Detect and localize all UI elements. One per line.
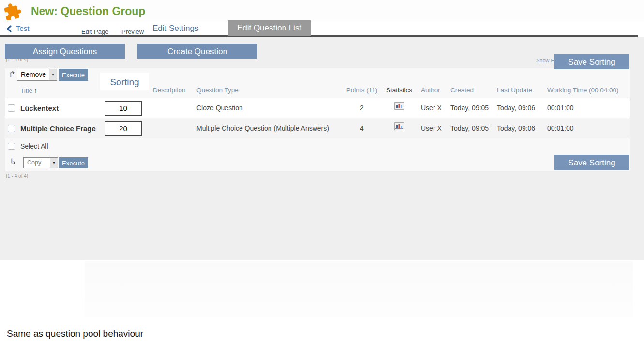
column-header-author: Author xyxy=(421,81,440,98)
bulk-action-value-bottom: Copy xyxy=(24,158,50,168)
tab-edit-settings[interactable]: Edit Settings xyxy=(152,24,198,33)
row-checkbox[interactable] xyxy=(8,104,15,112)
page-title: New: Question Group xyxy=(31,5,145,18)
column-header-points: Points (11) xyxy=(344,81,380,98)
execute-button-bottom[interactable]: Execute xyxy=(59,157,88,168)
question-working-time: 00:01:00 xyxy=(547,98,574,118)
column-header-last-update: Last Update xyxy=(497,81,532,98)
sorting-input[interactable] xyxy=(105,101,142,116)
show-filter-link[interactable]: Show F xyxy=(536,58,554,63)
statistics-icon[interactable] xyxy=(394,118,404,138)
sort-asc-icon: ↑ xyxy=(32,87,37,94)
column-header-question-type: Question Type xyxy=(196,81,239,98)
table-row: Lückentext Cloze Question 2 User X Today… xyxy=(5,98,630,118)
table-header-row: Title↑ Description Question Type Points … xyxy=(5,81,630,98)
question-author: User X xyxy=(421,98,442,118)
apply-to-bottom-arrow-icon: ↳ xyxy=(10,157,16,166)
question-title[interactable]: Lückentext xyxy=(20,98,59,118)
question-title[interactable]: Multiple Choice Frage xyxy=(20,119,96,138)
content-area: (1 - 4 of 4) Assign Questions Create Que… xyxy=(0,37,644,260)
bulk-action-select-bottom[interactable]: Copy ▾ xyxy=(23,157,58,168)
question-points: 4 xyxy=(344,119,380,138)
page: New: Question Group Test Edit Page Previ… xyxy=(0,0,644,342)
save-sorting-button-top[interactable]: Save Sorting xyxy=(554,54,629,69)
faded-panel xyxy=(85,261,633,317)
question-points: 2 xyxy=(344,98,380,118)
select-all-row: Select All xyxy=(5,139,630,154)
column-header-statistics: Statistics xyxy=(386,81,413,98)
execute-button-top[interactable]: Execute xyxy=(59,69,88,81)
question-last-update: Today, 09:06 xyxy=(497,119,535,138)
question-created: Today, 09:05 xyxy=(450,98,489,118)
question-author: User X xyxy=(421,119,442,138)
assign-questions-button[interactable]: Assign Questions xyxy=(5,44,125,59)
statistics-cell xyxy=(386,98,413,118)
question-created: Today, 09:05 xyxy=(450,119,489,138)
save-sorting-button-bottom[interactable]: Save Sorting xyxy=(554,155,629,170)
question-working-time: 00:01:00 xyxy=(547,119,574,138)
bulk-action-select-top[interactable]: Remove ▾ xyxy=(17,69,57,81)
column-header-working-time: Working Time (00:04:00) xyxy=(547,81,619,98)
question-last-update: Today, 09:06 xyxy=(497,98,535,118)
create-question-button[interactable]: Create Question xyxy=(137,44,257,59)
pagination-bottom: (1 - 4 of 4) xyxy=(6,173,28,178)
back-link-test[interactable]: Test xyxy=(16,24,30,32)
annotation-note: Same as question pool behaviour xyxy=(7,328,143,339)
title-bar: New: Question Group xyxy=(0,0,644,22)
puzzle-icon xyxy=(3,2,22,21)
sorting-input[interactable] xyxy=(105,121,142,136)
row-checkbox[interactable] xyxy=(8,125,15,132)
column-header-description: Description xyxy=(153,81,186,98)
statistics-cell xyxy=(386,119,413,138)
tab-separator-rule xyxy=(0,35,638,37)
column-header-created: Created xyxy=(450,81,474,98)
select-all-checkbox[interactable] xyxy=(8,143,15,150)
question-type: Cloze Question xyxy=(196,98,243,118)
column-header-title[interactable]: Title↑ xyxy=(20,81,37,98)
dropdown-arrow-icon[interactable]: ▾ xyxy=(49,69,57,80)
statistics-icon[interactable] xyxy=(394,98,404,118)
apply-to-top-arrow-icon: ↱ xyxy=(9,69,15,79)
back-chevron-icon[interactable] xyxy=(6,25,12,34)
select-all-label: Select All xyxy=(20,139,48,154)
tab-edit-page[interactable]: Edit Page xyxy=(81,28,108,35)
tab-edit-question-list[interactable]: Edit Question List xyxy=(228,20,311,36)
question-table: ↱ Remove ▾ Execute Sorting Title↑ Descri… xyxy=(5,68,630,171)
sorting-column-label: Sorting xyxy=(100,73,149,90)
dropdown-arrow-icon[interactable]: ▾ xyxy=(50,158,58,168)
bulk-action-value-top: Remove xyxy=(17,69,49,80)
header-divider xyxy=(21,0,21,22)
tab-preview[interactable]: Preview xyxy=(121,28,144,35)
table-row: Multiple Choice Frage Multiple Choice Qu… xyxy=(5,119,630,138)
question-type: Multiple Choice Question (Multiple Answe… xyxy=(196,119,329,138)
